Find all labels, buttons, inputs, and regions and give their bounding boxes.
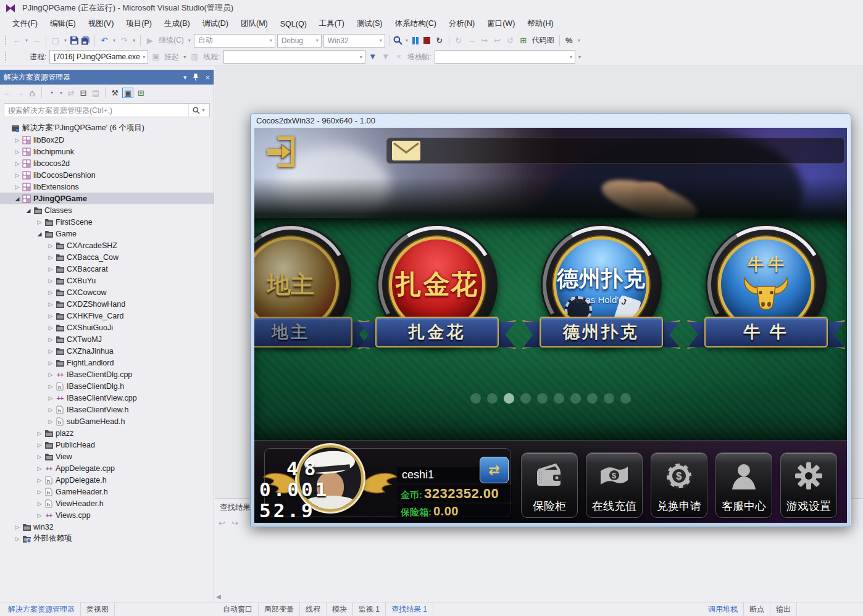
show-next-statement-icon[interactable]: ↻ xyxy=(453,35,464,47)
solution-search-input[interactable] xyxy=(4,106,188,115)
stackframe-combo[interactable]: ▾ xyxy=(435,50,575,64)
right-tab-0[interactable]: 调用堆栈 xyxy=(702,602,744,616)
tree-item-gameheader-h[interactable]: ▷hGameHeader.h xyxy=(0,486,214,497)
collapsed-arrow-icon[interactable]: ▷ xyxy=(47,313,54,319)
break-all-icon[interactable] xyxy=(411,35,420,46)
configuration-combo[interactable]: Debug▾ xyxy=(277,34,322,48)
continue-button[interactable]: 继续(C) xyxy=(157,35,185,46)
tree-item-cxshuiguoji[interactable]: ▷CXShuiGuoJi xyxy=(0,322,214,333)
tree-item-firstscene[interactable]: ▷FirstScene xyxy=(0,216,214,228)
collapsed-arrow-icon[interactable]: ▷ xyxy=(36,442,43,448)
exchange-button[interactable]: $兑换申请 xyxy=(651,452,707,518)
restart-icon[interactable]: ↻ xyxy=(434,35,445,47)
collapsed-arrow-icon[interactable]: ▷ xyxy=(47,278,54,284)
collapsed-arrow-icon[interactable]: ▷ xyxy=(47,360,54,366)
tree-item-cxbaccarat[interactable]: ▷CXBaccarat xyxy=(0,263,214,275)
collapsed-arrow-icon[interactable]: ▷ xyxy=(47,325,54,331)
solution-explorer-header[interactable]: 解决方案资源管理器 ▾ × xyxy=(0,70,214,85)
code-map-icon[interactable]: ⊞ xyxy=(518,35,529,47)
tree-item-view[interactable]: ▷View xyxy=(0,451,214,462)
menu-item-7[interactable]: SQL(Q) xyxy=(274,17,313,31)
game-badge-doudizhu[interactable]: 地主地主 xyxy=(254,222,371,373)
collapsed-arrow-icon[interactable]: ▷ xyxy=(14,536,21,542)
collapsed-arrow-icon[interactable]: ▷ xyxy=(36,219,43,225)
tree-item-pjingqpgame[interactable]: ◢PJingQPGame xyxy=(0,193,214,204)
collapsed-arrow-icon[interactable]: ▷ xyxy=(14,137,21,143)
game-badge-texas[interactable]: 德州扑克Texas Hold'emJ德州扑克 xyxy=(521,222,682,373)
se-forward-icon[interactable]: → xyxy=(15,88,25,98)
redo-icon[interactable]: ↷ xyxy=(119,35,130,47)
platform-combo[interactable]: Win32▾ xyxy=(323,34,385,48)
mail-icon[interactable] xyxy=(392,141,420,160)
tree-item-appdelegate-h[interactable]: ▷hAppDelegate.h xyxy=(0,474,214,486)
tree-item-libbox2d[interactable]: ▷libBox2D xyxy=(0,134,214,146)
undo-icon[interactable]: ↶ xyxy=(99,35,110,47)
middle-tab-2[interactable]: 线程 xyxy=(300,602,327,616)
menu-item-9[interactable]: 测试(S) xyxy=(351,16,389,31)
menu-item-10[interactable]: 体系结构(C) xyxy=(388,16,442,31)
recharge-button[interactable]: $在线充值 xyxy=(586,452,643,518)
menu-item-11[interactable]: 分析(N) xyxy=(443,16,481,31)
tree-item-libcocos2d[interactable]: ▷libcocos2d xyxy=(0,157,214,169)
intellitrace-icon[interactable]: % xyxy=(564,35,575,47)
pager-dot-4[interactable] xyxy=(520,393,531,404)
pager-dot-9[interactable] xyxy=(604,393,614,404)
collapsed-arrow-icon[interactable]: ▷ xyxy=(47,407,54,413)
step-out-icon[interactable]: ↩ xyxy=(492,35,503,47)
search-button[interactable]: ▾ xyxy=(188,104,209,117)
suspend-icon[interactable]: ▣ xyxy=(150,51,161,63)
undo-dropdown-icon[interactable]: ▾ xyxy=(112,38,117,43)
left-tab-1[interactable]: 类视图 xyxy=(81,602,115,616)
sync-with-active-document-icon[interactable]: ⊞ xyxy=(136,88,146,98)
toolbar-overflow-icon[interactable]: ▾ xyxy=(577,38,582,43)
tree-item-subgamehead-h[interactable]: ▷hsubGameHead.h xyxy=(0,415,214,427)
tree-item-cxhkfive-card[interactable]: ▷CXHKFive_Card xyxy=(0,310,214,322)
save-icon[interactable] xyxy=(70,36,79,45)
preview-selected-items-icon[interactable]: ▣ xyxy=(122,88,133,98)
se-back-icon[interactable]: ← xyxy=(2,88,12,98)
left-tab-0[interactable]: 解决方案资源管理器 xyxy=(2,602,81,616)
window-position-icon[interactable]: ▾ xyxy=(183,73,187,81)
pager-dot-2[interactable] xyxy=(487,393,498,404)
navigate-back-icon[interactable]: ← xyxy=(11,35,22,47)
collapsed-arrow-icon[interactable]: ▷ xyxy=(47,372,54,378)
navigate-forward-icon[interactable]: → xyxy=(31,35,42,47)
pager-dot-7[interactable] xyxy=(570,393,581,404)
pager-dot-3[interactable] xyxy=(504,393,514,404)
collapsed-arrow-icon[interactable]: ▷ xyxy=(14,160,21,167)
middle-tab-3[interactable]: 模块 xyxy=(327,602,353,616)
tree-item-libcocosdenshion[interactable]: ▷libCocosDenshion xyxy=(0,169,214,181)
pager-dot-1[interactable] xyxy=(470,393,481,404)
continue-dropdown-icon[interactable]: ▾ xyxy=(187,38,192,43)
redo-dropdown-icon[interactable]: ▾ xyxy=(131,38,136,43)
filter-funnel-icon[interactable]: ▼ xyxy=(367,51,378,63)
tree-item-plazz[interactable]: ▷plazz xyxy=(0,427,214,439)
collapsed-arrow-icon[interactable]: ▷ xyxy=(47,383,54,389)
collapsed-arrow-icon[interactable]: ▷ xyxy=(36,477,43,483)
tree-item-cxcowcow[interactable]: ▷CXCowcow xyxy=(0,286,214,298)
flag-threads-icon[interactable]: × xyxy=(393,51,404,63)
suspend-dropdown-icon[interactable]: ▾ xyxy=(182,54,187,60)
goto-previous-location-icon[interactable]: ↩ xyxy=(219,518,225,528)
tree-item-cxtwomj[interactable]: ▷CXTwoMJ xyxy=(0,333,214,345)
collapsed-arrow-icon[interactable]: ▷ xyxy=(36,501,43,507)
pager-dot-10[interactable] xyxy=(620,393,631,404)
expanded-arrow-icon[interactable]: ◢ xyxy=(25,207,32,214)
collapsed-arrow-icon[interactable]: ▷ xyxy=(14,149,21,155)
tree-item--[interactable]: ▷外部依赖项 xyxy=(0,533,214,544)
collapsed-arrow-icon[interactable]: ▷ xyxy=(47,348,54,354)
collapsed-arrow-icon[interactable]: ▷ xyxy=(47,289,54,296)
game-window[interactable]: Cocos2dxWin32 - 960x640 - 1.00 地 xyxy=(250,113,851,527)
tree-item-publichead[interactable]: ▷PublicHead xyxy=(0,439,214,451)
filter-clear-icon[interactable]: ▼ xyxy=(380,51,391,63)
menu-item-8[interactable]: 工具(T) xyxy=(313,16,351,31)
middle-tab-0[interactable]: 自动窗口 xyxy=(217,602,259,616)
new-file-dropdown-icon[interactable]: ▾ xyxy=(63,38,68,43)
run-to-cursor-icon[interactable]: ↺ xyxy=(505,35,516,47)
toolbar-grip[interactable] xyxy=(4,51,7,62)
stop-debugging-icon[interactable] xyxy=(423,37,430,44)
tree-item--pjingqpgame-6-[interactable]: 解决方案'PJingQPGame' (6 个项目) xyxy=(0,122,214,134)
tree-item-ibaseclientview-h[interactable]: ▷hIBaseClientView.h xyxy=(0,404,214,415)
menu-item-6[interactable]: 团队(M) xyxy=(235,16,274,31)
thread-list-icon[interactable]: ▥ xyxy=(189,51,200,63)
